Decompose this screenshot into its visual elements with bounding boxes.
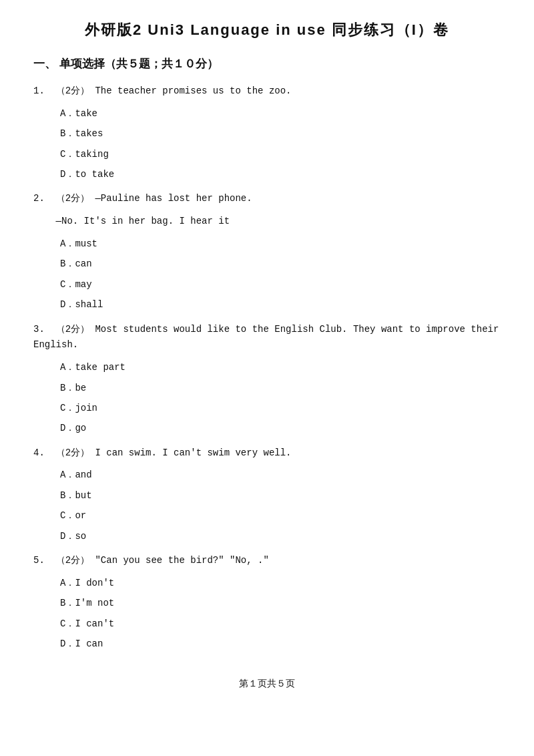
q4-option-b: B．but [60,488,501,503]
q3-number: 3. [33,324,45,335]
q4-option-d: D．so [60,529,501,544]
q4-option-a: A．and [60,467,501,482]
q4-body: I can swim. I can't swim very well. [95,447,291,458]
q4-text: 4. （2分） I can swim. I can't swim very we… [33,445,501,461]
q3-option-d: D．go [60,421,501,435]
q2-option-b: B．can [60,256,501,271]
q2-line2: —No. It's in her bag. I hear it [56,216,230,226]
q3-option-c: C．join [60,401,501,415]
q5-text: 5. （2分） "Can you see the bird?" "No, ." [33,553,501,569]
q1-option-c: C．taking [60,147,501,162]
q1-text: 1. （2分） The teacher promises us to the z… [33,83,501,100]
question-3: 3. （2分） Most students would like to the … [33,322,501,436]
q3-score: （2分） [56,324,89,335]
q2-text: 2. （2分） —Pauline has lost her phone. [33,191,501,207]
q1-number: 1. [33,85,45,96]
page-title: 外研版2 Uni3 Language in use 同步练习（I）卷 [33,20,501,40]
q1-option-d: D．to take [60,167,501,182]
page-footer: 第１页共５页 [33,678,501,690]
q5-option-a: A．I don't [60,576,501,590]
question-5: 5. （2分） "Can you see the bird?" "No, ." … [33,553,501,651]
q2-option-a: A．must [60,236,501,251]
q5-number: 5. [33,555,45,566]
section-header: 一、 单项选择（共５题；共１０分） [33,56,501,71]
q5-option-b: B．I'm not [60,596,501,610]
q3-option-a: A．take part [60,360,501,375]
q2-score: （2分） [56,193,89,204]
q4-number: 4. [33,447,45,458]
q3-text: 3. （2分） Most students would like to the … [33,322,501,354]
q5-option-d: D．I can [60,636,501,651]
q4-option-c: C．or [60,508,501,523]
q2-text2: —No. It's in her bag. I hear it [33,214,501,230]
q1-option-a: A．take [60,106,501,121]
question-4: 4. （2分） I can swim. I can't swim very we… [33,445,501,544]
question-1: 1. （2分） The teacher promises us to the z… [33,83,501,182]
q2-number: 2. [33,193,45,204]
q1-option-b: B．takes [60,126,501,141]
q4-score: （2分） [56,447,89,458]
q5-score: （2分） [56,555,89,566]
q1-score: （2分） [56,85,89,96]
q5-body: "Can you see the bird?" "No, ." [95,555,268,566]
question-2: 2. （2分） —Pauline has lost her phone. —No… [33,191,501,312]
q2-option-d: D．shall [60,297,501,312]
q2-line1: —Pauline has lost her phone. [95,193,252,204]
q1-body: The teacher promises us to the zoo. [95,85,291,96]
q5-option-c: C．I can't [60,616,501,631]
q3-option-b: B．be [60,381,501,395]
q3-body: Most students would like to the English … [33,324,499,351]
q2-option-c: C．may [60,277,501,292]
